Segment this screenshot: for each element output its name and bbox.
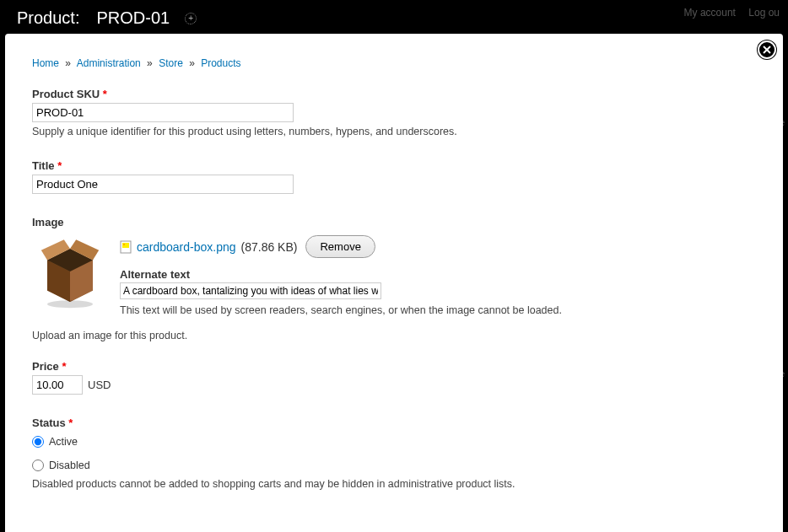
sku-field-group: Product SKU * Supply a unique identifier… xyxy=(32,88,756,137)
breadcrumb-products[interactable]: Products xyxy=(201,57,240,69)
status-disabled-radio[interactable] xyxy=(32,459,44,471)
remove-button[interactable]: Remove xyxy=(305,235,375,258)
breadcrumb-administration[interactable]: Administration xyxy=(77,57,141,69)
breadcrumb-sep: » xyxy=(147,57,153,69)
image-label: Image xyxy=(32,216,756,228)
sku-label: Product SKU * xyxy=(32,88,756,100)
status-active-label: Active xyxy=(49,436,78,448)
breadcrumb-store[interactable]: Store xyxy=(159,57,183,69)
price-input[interactable] xyxy=(32,375,83,395)
status-label: Status * xyxy=(32,416,756,429)
image-field-group: Image xyxy=(32,216,756,341)
log-out-link[interactable]: Log ou xyxy=(748,7,780,19)
close-button[interactable] xyxy=(758,40,776,59)
image-thumbnail xyxy=(32,234,108,309)
close-icon xyxy=(763,46,771,54)
title-field-group: Title * xyxy=(32,159,756,194)
status-field-group: Status * Active Disabled Disabled produc… xyxy=(32,416,756,490)
breadcrumb-home[interactable]: Home xyxy=(32,57,59,69)
price-label: Price * xyxy=(32,360,756,373)
svg-rect-10 xyxy=(122,243,129,248)
title-label: Title * xyxy=(32,159,756,172)
image-file-link[interactable]: cardboard-box.png xyxy=(137,240,236,254)
alt-text-description: This text will be used by screen readers… xyxy=(120,304,756,316)
status-disabled-label: Disabled xyxy=(49,459,90,471)
title-value: PROD-01 xyxy=(96,8,170,28)
my-account-link[interactable]: My account xyxy=(684,7,736,19)
alt-text-input[interactable] xyxy=(120,282,381,299)
price-field-group: Price * USD xyxy=(32,360,756,395)
svg-point-11 xyxy=(123,244,125,245)
title-input[interactable] xyxy=(32,175,294,194)
top-right-links: My account Log ou xyxy=(674,7,780,19)
price-currency: USD xyxy=(88,379,111,391)
breadcrumb-sep: » xyxy=(65,57,71,69)
status-description: Disabled products cannot be added to sho… xyxy=(32,478,756,490)
modal-panel: Home » Administration » Store » Products… xyxy=(5,34,783,532)
file-icon xyxy=(120,240,132,254)
breadcrumb-sep: » xyxy=(189,57,195,69)
cardboard-box-icon xyxy=(32,234,108,309)
breadcrumb: Home » Administration » Store » Products xyxy=(32,57,756,69)
sku-description: Supply a unique identifier for this prod… xyxy=(32,126,756,137)
page-title: Product: PROD-01 + xyxy=(17,8,197,28)
alt-text-label: Alternate text xyxy=(120,268,756,281)
image-file-size: (87.86 KB) xyxy=(241,240,298,254)
plus-icon[interactable]: + xyxy=(185,13,197,24)
svg-point-8 xyxy=(47,300,93,308)
image-upload-description: Upload an image for this product. xyxy=(32,330,756,341)
title-prefix: Product: xyxy=(17,8,79,28)
sku-input[interactable] xyxy=(32,103,294,122)
status-active-radio[interactable] xyxy=(32,436,44,448)
